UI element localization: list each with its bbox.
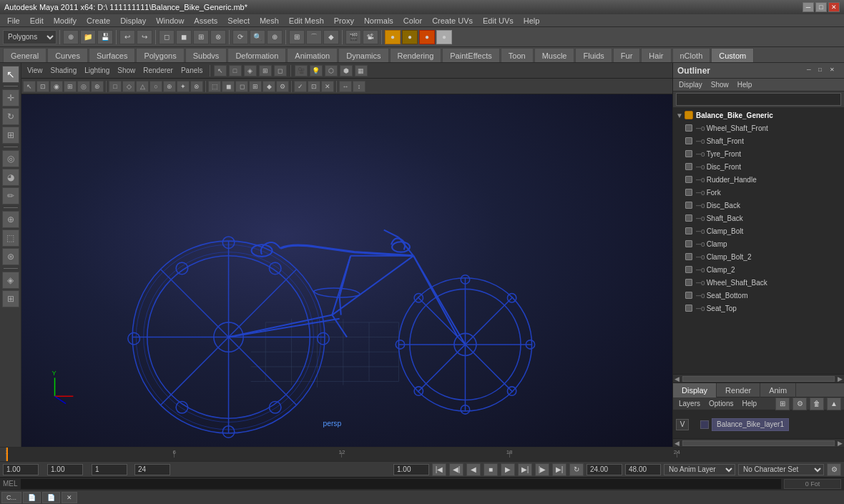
toolbar-btn-8[interactable]: ⊞ — [193, 30, 209, 44]
list-item[interactable]: ─o Disc_Back — [673, 199, 844, 212]
region-select-btn[interactable]: ⬚ — [2, 229, 19, 247]
tab-rendering[interactable]: Rendering — [390, 48, 442, 62]
vp-menu-show[interactable]: Show — [114, 66, 138, 74]
tab-deformation[interactable]: Deformation — [227, 48, 286, 62]
vp-sub-btn-11[interactable]: ⊕ — [163, 81, 176, 92]
step-back-btn[interactable]: ◀| — [449, 463, 463, 476]
toolbar-btn-5[interactable]: ↪ — [137, 30, 152, 44]
menu-window[interactable]: Window — [152, 14, 188, 27]
vp-btn-3[interactable]: ◈ — [244, 65, 257, 76]
yellow-sphere-btn[interactable]: ● — [385, 30, 401, 44]
menu-color[interactable]: Color — [399, 14, 426, 27]
list-item[interactable]: ─o Shaft_Back — [673, 212, 844, 224]
toolbar-btn-7[interactable]: ◼ — [176, 30, 192, 44]
maximize-button[interactable]: □ — [815, 2, 827, 12]
step-fwd-btn[interactable]: |▶ — [535, 463, 549, 476]
menu-normals[interactable]: Normals — [360, 14, 398, 27]
list-item[interactable]: ─o Clamp — [673, 237, 844, 250]
vp-sub-btn-9[interactable]: △ — [136, 81, 149, 92]
vp-menu-panels[interactable]: Panels — [178, 66, 206, 74]
tab-animation[interactable]: Animation — [287, 48, 338, 62]
list-item[interactable]: ─o Wheel_Shaft_Front — [673, 122, 844, 134]
list-item[interactable]: ─o Rudder_Handle — [673, 173, 844, 186]
vp-btn-1[interactable]: ↖ — [214, 65, 227, 76]
menu-create[interactable]: Create — [82, 14, 114, 27]
vp-sub-btn-2[interactable]: ⊡ — [36, 81, 49, 92]
step-frame-fwd-btn[interactable]: ▶| — [518, 463, 532, 476]
outliner-menu-show[interactable]: Show — [708, 81, 732, 89]
outliner-minimize-btn[interactable]: ─ — [807, 66, 817, 75]
select-mode-dropdown[interactable]: Polygons — [3, 30, 57, 44]
start-field[interactable]: 1 — [92, 464, 127, 475]
vp-sub-btn-8[interactable]: ◇ — [122, 81, 135, 92]
range-end-field[interactable]: 24.00 — [587, 464, 622, 475]
list-item[interactable]: ─o Seat_Top — [673, 302, 844, 315]
list-item[interactable]: ─o Fork — [673, 186, 844, 199]
outliner-menu-display[interactable]: Display — [676, 81, 705, 89]
list-item[interactable]: ─o Disc_Front — [673, 160, 844, 173]
vp-sub-btn-20[interactable]: ✓ — [294, 81, 307, 92]
tab-custom[interactable]: Custom — [711, 48, 754, 62]
vp-sub-btn-12[interactable]: ✦ — [177, 81, 190, 92]
vp-sub-btn-13[interactable]: ⊗ — [190, 81, 203, 92]
delete-layer-btn[interactable]: 🗑 — [810, 397, 824, 410]
layer-up-btn[interactable]: ▲ — [827, 397, 841, 410]
vp-sub-btn-18[interactable]: ◆ — [262, 81, 275, 92]
char-set-select[interactable]: No Character Set — [738, 464, 824, 475]
list-item[interactable]: ─o Clamp_Bolt_2 — [673, 250, 844, 263]
end-field[interactable]: 24 — [134, 464, 170, 475]
stop-btn[interactable]: ■ — [484, 463, 498, 476]
go-end-btn[interactable]: ▶| — [552, 463, 566, 476]
step-frame-back-btn[interactable]: ◀ — [466, 463, 481, 476]
rotate-tool-btn[interactable]: ↻ — [2, 108, 19, 125]
menu-select[interactable]: Select — [223, 14, 254, 27]
layer-row[interactable]: V Balance_Bike_layer1 — [676, 418, 789, 431]
layer-name-field[interactable]: Balance_Bike_layer1 — [712, 418, 789, 431]
layers-menu-layers[interactable]: Layers — [676, 400, 703, 407]
mini-tab-3[interactable]: 📄 — [42, 492, 60, 503]
tab-ncloth[interactable]: nCloth — [672, 48, 711, 62]
list-item[interactable]: ─o Wheel_Shaft_Back — [673, 276, 844, 289]
menu-display[interactable]: Display — [116, 14, 150, 27]
vp-sub-btn-22[interactable]: ✕ — [321, 81, 334, 92]
red-sphere-btn[interactable]: ● — [419, 30, 435, 44]
vp-light-btn[interactable]: 💡 — [310, 65, 323, 76]
paint-btn[interactable]: ✏ — [2, 187, 19, 204]
sculpt-btn[interactable]: ◕ — [2, 169, 19, 186]
scroll-left-arrow[interactable]: ◀ — [673, 375, 681, 382]
tab-muscle[interactable]: Muscle — [534, 48, 575, 62]
tab-painteffects[interactable]: PaintEffects — [442, 48, 500, 62]
list-item[interactable]: ─o Clamp_2 — [673, 263, 844, 276]
toolbar-btn-11[interactable]: 🔍 — [250, 30, 265, 44]
layer-options-btn[interactable]: ⚙ — [793, 397, 807, 410]
vp-sub-btn-10[interactable]: ○ — [149, 81, 162, 92]
playhead[interactable] — [6, 448, 8, 461]
tab-fluids[interactable]: Fluids — [575, 48, 612, 62]
tab-subdvs[interactable]: Subdvs — [185, 48, 227, 62]
anim-layer-select[interactable]: No Anim Layer — [664, 464, 735, 475]
list-item[interactable]: ─o Shaft_Front — [673, 134, 844, 147]
vp-sub-btn-16[interactable]: ◻ — [235, 81, 248, 92]
vp-sub-btn-17[interactable]: ⊞ — [249, 81, 262, 92]
toolbar-btn-10[interactable]: ⟳ — [232, 30, 248, 44]
vp-cam-btn[interactable]: 🎥 — [295, 65, 308, 76]
tree-item-root[interactable]: ▼ Balance_Bike_Generic — [673, 109, 844, 122]
menu-assets[interactable]: Assets — [190, 14, 222, 27]
toolbar-btn-2[interactable]: 📁 — [80, 30, 96, 44]
menu-proxy[interactable]: Proxy — [330, 14, 358, 27]
step-field[interactable]: 1.00 — [47, 464, 83, 475]
tab-display[interactable]: Display — [673, 383, 717, 397]
layers-hscroll[interactable]: ◀ ▶ — [673, 438, 844, 447]
vp-menu-view[interactable]: View — [24, 66, 46, 74]
tab-fur[interactable]: Fur — [613, 48, 641, 62]
toolbar-btn-4[interactable]: ↩ — [119, 30, 135, 44]
vp-btn-4[interactable]: ⊞ — [259, 65, 272, 76]
outliner-menu-help[interactable]: Help — [735, 81, 755, 89]
snap-point-btn[interactable]: ◆ — [323, 30, 339, 44]
snap-grid-btn[interactable]: ⊞ — [289, 30, 305, 44]
snap-to-grid-btn[interactable]: ⊞ — [2, 290, 19, 307]
total-end-field[interactable]: 48.00 — [625, 464, 661, 475]
timeline-track[interactable]: 1 6 12 18 24 — [6, 448, 844, 461]
vp-solid-btn[interactable]: ⬢ — [340, 65, 353, 76]
vp-menu-renderer[interactable]: Renderer — [140, 66, 176, 74]
